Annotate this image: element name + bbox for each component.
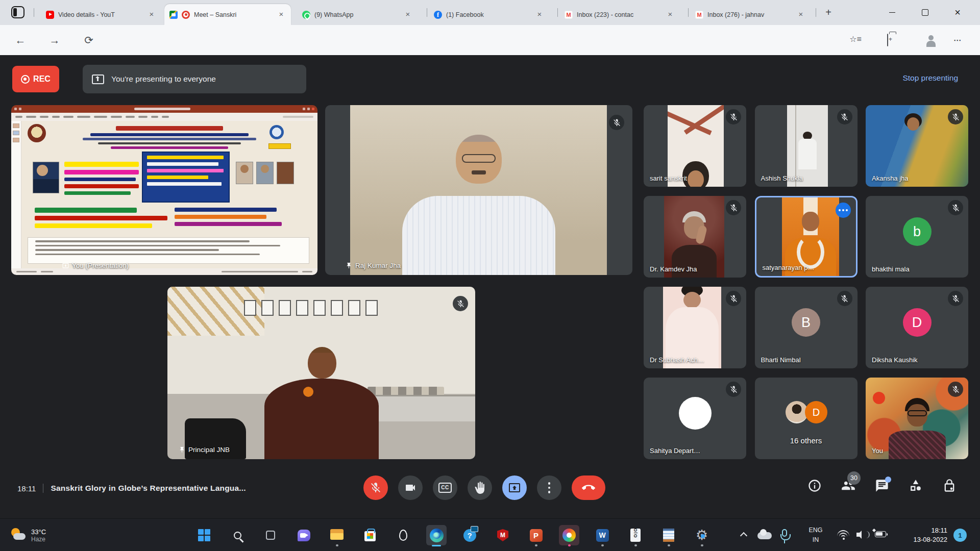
document-app-icon[interactable]: [625, 525, 646, 545]
participant-tile-raj-kumar-jha[interactable]: Raj Kumar Jha: [325, 105, 632, 275]
overflow-participants-tile[interactable]: D 16 others: [755, 378, 857, 459]
weather-temp: 33°C: [31, 528, 46, 536]
participant-tile[interactable]: Akansha jha: [866, 105, 968, 187]
browser-menu-icon[interactable]: ⋯: [950, 33, 965, 47]
participants-icon[interactable]: 30: [841, 479, 855, 493]
stop-presenting-button[interactable]: Stop presenting: [902, 73, 958, 83]
participant-tile[interactable]: Dr Subhash Ach…: [644, 287, 746, 368]
onedrive-icon[interactable]: [757, 532, 772, 539]
battery-charging-icon[interactable]: [875, 531, 886, 537]
participant-name: Dr. Kamdev Jha: [650, 265, 697, 273]
host-controls-icon[interactable]: [942, 479, 957, 493]
window-minimize-button[interactable]: [880, 0, 904, 25]
microsoft-store-icon[interactable]: [360, 525, 380, 545]
captions-button[interactable]: CC: [433, 475, 457, 500]
chat-notification-dot: [885, 477, 891, 483]
tab-actions-icon[interactable]: [11, 6, 24, 18]
notepad-icon[interactable]: [658, 525, 679, 545]
search-icon[interactable]: [227, 525, 248, 545]
tab-close-icon[interactable]: ×: [535, 10, 544, 19]
presentation-tile[interactable]: You (Presentation): [11, 105, 317, 275]
participants-count-badge: 30: [847, 471, 861, 485]
clock-date[interactable]: 18:1113-08-2022: [898, 526, 947, 544]
tab-facebook[interactable]: (1) Facebook ×: [429, 4, 549, 25]
activities-icon[interactable]: [909, 479, 923, 493]
participant-tile[interactable]: Ashish Shukla: [755, 105, 857, 187]
help-app-icon[interactable]: ?: [459, 525, 480, 545]
volume-icon[interactable]: [856, 530, 868, 539]
microphone-in-use-icon[interactable]: [782, 529, 787, 537]
participant-tile-selected[interactable]: satyanarayan p…: [755, 196, 857, 278]
media-app-icon[interactable]: [393, 525, 413, 545]
tab-close-icon[interactable]: ×: [147, 10, 156, 19]
powerpoint-titlebar: [11, 105, 317, 113]
forward-button[interactable]: →: [47, 33, 62, 47]
participant-tile[interactable]: D Diksha Kaushik: [866, 287, 968, 368]
mic-toggle-button[interactable]: [363, 475, 388, 500]
participant-name: sarit sanskrit: [650, 174, 687, 182]
participant-tile[interactable]: B Bharti Nimbal: [755, 287, 857, 368]
powerpoint-icon[interactable]: P: [526, 525, 546, 545]
more-options-button[interactable]: [537, 475, 561, 500]
tab-youtube[interactable]: Video details - YouT ×: [41, 4, 161, 25]
window-close-button[interactable]: ×: [946, 0, 969, 25]
wifi-icon[interactable]: [837, 530, 849, 540]
tab-close-icon[interactable]: ×: [277, 10, 286, 19]
collections-icon[interactable]: [880, 33, 895, 47]
tab-close-icon[interactable]: ×: [403, 10, 412, 19]
recording-badge: REC: [12, 66, 59, 92]
participant-tile[interactable]: sarit sanskrit: [644, 105, 746, 187]
participant-tile[interactable]: S Sahitya Depart…: [644, 378, 746, 459]
start-button[interactable]: [194, 525, 214, 545]
tab-whatsapp[interactable]: (9) WhatsApp ×: [297, 4, 418, 25]
notification-count-badge[interactable]: 1: [953, 529, 967, 542]
photos-app-icon[interactable]: [559, 525, 579, 545]
file-explorer-icon[interactable]: [327, 525, 347, 545]
presentation-label: You (Presentation): [62, 262, 129, 269]
task-view-icon[interactable]: [260, 525, 281, 545]
youtube-favicon: [46, 11, 54, 19]
mic-muted-icon: [948, 200, 963, 215]
raise-hand-button[interactable]: [468, 475, 492, 500]
powerpoint-ribbon: [11, 113, 317, 121]
favorites-icon[interactable]: ☆≡: [848, 33, 863, 47]
tray-overflow-icon[interactable]: [740, 532, 747, 539]
desktop-screen: Video details - YouT × Meet – Sanskri × …: [0, 0, 980, 551]
word-icon[interactable]: W: [592, 525, 612, 545]
new-tab-button[interactable]: +: [823, 7, 834, 18]
gmail-favicon: [695, 11, 703, 19]
tab-inbox-223[interactable]: Inbox (223) - contac ×: [559, 4, 680, 25]
pin-icon: [179, 446, 185, 453]
refresh-button[interactable]: ⟳: [82, 33, 96, 47]
weather-condition: Haze: [31, 536, 46, 543]
tab-close-icon[interactable]: ×: [796, 10, 805, 19]
slide-thumbnails-panel[interactable]: [11, 121, 21, 268]
tab-inbox-276[interactable]: Inbox (276) - jahnav ×: [690, 4, 811, 25]
chat-icon[interactable]: [875, 479, 889, 493]
participant-tile[interactable]: b bhakthi mala: [866, 196, 968, 278]
present-now-button[interactable]: [502, 475, 527, 500]
back-button[interactable]: ←: [13, 33, 28, 47]
participant-tile-principal-jnb[interactable]: Principal JNB: [167, 287, 475, 459]
mic-muted-icon: [837, 109, 852, 124]
meeting-details-icon[interactable]: [807, 479, 822, 493]
tab-separator: [688, 8, 689, 17]
chat-icon[interactable]: [293, 525, 314, 545]
settings-icon[interactable]: ⚙: [692, 525, 712, 545]
microsoft-edge-icon[interactable]: [426, 525, 447, 545]
tab-close-icon[interactable]: ×: [666, 10, 675, 19]
tab-meet-active[interactable]: Meet – Sanskri ×: [164, 4, 291, 25]
language-indicator[interactable]: ENGIN: [804, 525, 827, 545]
profile-avatar[interactable]: [917, 33, 932, 47]
participant-name: Akansha jha: [872, 174, 909, 182]
tile-options-menu-icon[interactable]: [836, 203, 851, 218]
participant-tile[interactable]: Dr. Kamdev Jha: [644, 196, 746, 278]
weather-icon: [10, 528, 27, 543]
camera-toggle-button[interactable]: [398, 475, 423, 500]
window-maximize-button[interactable]: [913, 0, 937, 25]
mcafee-icon[interactable]: M: [493, 525, 513, 545]
leave-call-button[interactable]: [572, 475, 605, 500]
captions-icon: CC: [438, 483, 452, 493]
weather-widget[interactable]: 33°CHaze: [7, 523, 49, 547]
self-view-tile[interactable]: You: [866, 378, 968, 459]
